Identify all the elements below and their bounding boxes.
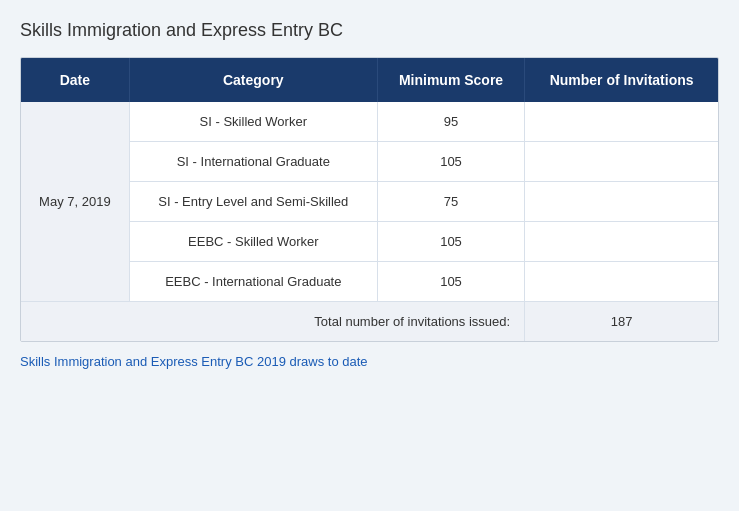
category-cell: EEBC - Skilled Worker <box>129 222 377 262</box>
category-cell: SI - International Graduate <box>129 142 377 182</box>
minimum-score-cell: 105 <box>377 262 524 302</box>
col-header-number-of-invitations: Number of Invitations <box>525 58 718 102</box>
draws-to-date-link[interactable]: Skills Immigration and Express Entry BC … <box>20 354 368 369</box>
minimum-score-cell: 75 <box>377 182 524 222</box>
minimum-score-cell: 95 <box>377 102 524 142</box>
category-cell: EEBC - International Graduate <box>129 262 377 302</box>
total-row: Total number of invitations issued:187 <box>21 302 718 342</box>
total-value: 187 <box>525 302 718 342</box>
data-table: Date Category Minimum Score Number of In… <box>20 57 719 342</box>
page-title: Skills Immigration and Express Entry BC <box>20 20 719 41</box>
minimum-score-cell: 105 <box>377 222 524 262</box>
category-cell: SI - Entry Level and Semi-Skilled <box>129 182 377 222</box>
invitations-cell <box>525 102 718 142</box>
total-label: Total number of invitations issued: <box>21 302 525 342</box>
table-row: May 7, 2019SI - Skilled Worker95 <box>21 102 718 142</box>
invitations-cell <box>525 142 718 182</box>
col-header-date: Date <box>21 58 129 102</box>
footer-link-container: Skills Immigration and Express Entry BC … <box>20 354 719 369</box>
minimum-score-cell: 105 <box>377 142 524 182</box>
col-header-category: Category <box>129 58 377 102</box>
col-header-minimum-score: Minimum Score <box>377 58 524 102</box>
invitations-cell <box>525 222 718 262</box>
date-cell: May 7, 2019 <box>21 102 129 302</box>
invitations-cell <box>525 262 718 302</box>
category-cell: SI - Skilled Worker <box>129 102 377 142</box>
invitations-cell <box>525 182 718 222</box>
